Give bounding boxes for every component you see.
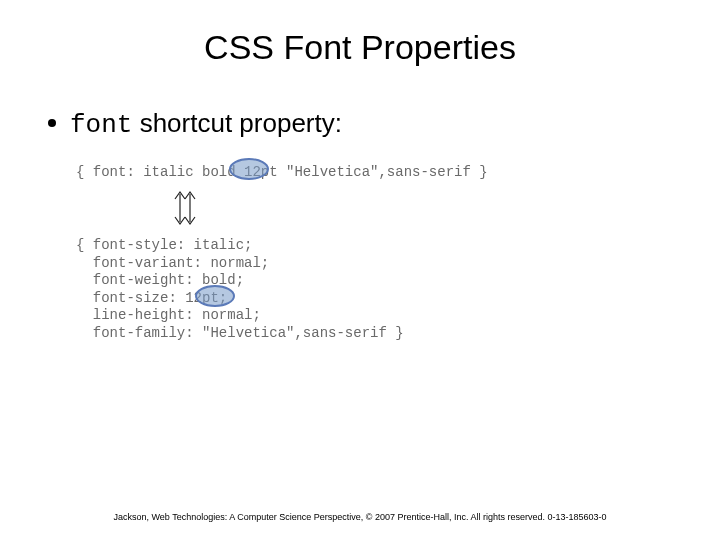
equivalence-arrow-icon [172,186,200,230]
bullet-text: shortcut property: [132,108,342,138]
code-expanded: { font-style: italic; font-variant: norm… [76,237,404,342]
highlight-ellipse-top [229,158,269,180]
bullet-line: font shortcut property: [48,108,342,140]
code-shorthand: { font: italic bold 12pt "Helvetica",san… [76,164,488,182]
page-title: CSS Font Properties [0,28,720,67]
code-keyword: font [70,110,132,140]
bullet-dot [48,119,56,127]
footer-text: Jackson, Web Technologies: A Computer Sc… [0,512,720,522]
highlight-ellipse-bottom [195,285,235,307]
slide: CSS Font Properties font shortcut proper… [0,0,720,540]
